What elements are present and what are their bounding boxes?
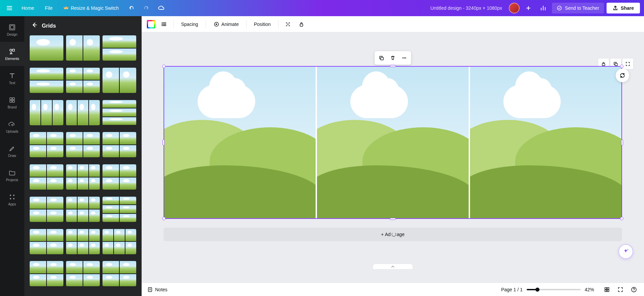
resize-handle[interactable]	[163, 139, 165, 145]
grid-layout-thumb[interactable]	[66, 164, 100, 190]
grid-view-button[interactable]	[602, 285, 612, 294]
list-view-button[interactable]	[158, 19, 169, 30]
resize-handle[interactable]	[162, 217, 166, 220]
grid-layout-thumb[interactable]	[66, 197, 100, 222]
grid-layout-thumb[interactable]	[103, 132, 136, 157]
grid-layout-thumb[interactable]	[103, 164, 136, 190]
grid-layout-thumb[interactable]	[66, 68, 100, 93]
help-button[interactable]	[629, 285, 639, 294]
grid-layout-thumb[interactable]	[66, 132, 100, 157]
grid-layout-thumb[interactable]	[66, 35, 100, 61]
lock-button[interactable]	[296, 19, 307, 30]
send-to-teacher-button[interactable]: Send to Teacher	[552, 3, 604, 13]
grid-layout-thumb[interactable]	[30, 261, 63, 286]
spacing-button[interactable]: Spacing	[178, 20, 202, 29]
rail-draw[interactable]: Draw	[0, 139, 24, 163]
top-bar: Home File Resize & Magic Switch Untitled…	[0, 0, 644, 16]
grid-layout-thumb[interactable]	[66, 261, 100, 286]
back-button[interactable]	[31, 22, 38, 30]
brand-icon	[8, 96, 16, 104]
color-picker[interactable]	[146, 20, 156, 29]
grid-layout-thumb[interactable]	[30, 35, 63, 61]
grid-layout-thumb[interactable]	[103, 229, 136, 254]
grid-layout-thumb[interactable]	[103, 261, 136, 286]
fullscreen-icon	[617, 287, 623, 293]
grid-layout-thumb[interactable]	[103, 197, 136, 222]
animate-button[interactable]: Animate	[210, 19, 242, 29]
redo-button[interactable]	[140, 2, 152, 14]
transparency-button[interactable]	[283, 19, 293, 30]
page-expand-button[interactable]	[622, 59, 633, 69]
undo-button[interactable]	[125, 2, 138, 14]
design-title[interactable]: Untitled design - 3240px × 1080px	[430, 5, 502, 11]
timeline-expand-handle[interactable]	[373, 264, 413, 269]
context-toolbar: Spacing Animate Position	[142, 16, 644, 32]
file-link[interactable]: File	[41, 3, 57, 13]
loading-spinner	[391, 232, 396, 237]
draw-icon	[8, 144, 16, 153]
add-page-button[interactable]: + Adage	[164, 228, 622, 241]
svg-point-9	[10, 195, 11, 196]
grid-layout-thumb[interactable]	[66, 100, 100, 125]
refresh-icon	[619, 72, 626, 79]
position-button[interactable]: Position	[251, 20, 274, 29]
grid-cell-1[interactable]	[164, 67, 316, 218]
grids-container[interactable]	[24, 35, 142, 296]
cloud-sync-button[interactable]	[155, 2, 167, 14]
floating-toolbar	[375, 51, 411, 65]
duplicate-button[interactable]	[376, 53, 387, 63]
insights-button[interactable]	[537, 2, 549, 14]
rail-projects[interactable]: Projects	[0, 163, 24, 187]
user-avatar[interactable]	[509, 3, 520, 13]
rail-text[interactable]: Text	[0, 66, 24, 90]
grid-layout-thumb[interactable]	[66, 229, 100, 254]
grid-layout-thumb[interactable]	[103, 35, 136, 61]
grid-layout-thumb[interactable]	[103, 100, 136, 125]
resize-handle[interactable]	[390, 65, 396, 67]
refresh-button[interactable]	[616, 69, 629, 82]
rail-uploads[interactable]: Uploads	[0, 114, 24, 139]
svg-rect-19	[300, 24, 303, 26]
rail-design[interactable]: Design	[0, 18, 24, 42]
svg-rect-5	[10, 98, 12, 100]
zoom-label[interactable]: 42%	[585, 287, 598, 292]
grid-cell-2[interactable]	[317, 67, 468, 218]
svg-rect-6	[12, 98, 14, 100]
magic-button[interactable]	[618, 244, 633, 259]
page-indicator[interactable]: Page 1 / 1	[501, 287, 523, 292]
zoom-slider-thumb[interactable]	[535, 288, 539, 292]
grid-layout-thumb[interactable]	[30, 197, 63, 222]
crown-icon	[63, 5, 69, 11]
grid-layout-thumb[interactable]	[30, 100, 63, 125]
chevron-up-icon	[391, 265, 395, 268]
notes-button[interactable]: Notes	[147, 287, 168, 293]
rail-elements[interactable]: Elements	[0, 42, 24, 66]
grid-layout-thumb[interactable]	[30, 68, 63, 93]
grid-layout-thumb[interactable]	[30, 229, 63, 254]
resize-handle[interactable]	[620, 217, 623, 220]
rail-apps[interactable]: Apps	[0, 187, 24, 211]
rail-brand[interactable]: Brand	[0, 90, 24, 114]
resize-button[interactable]: Resize & Magic Switch	[59, 3, 123, 13]
grid-cell-3[interactable]	[470, 67, 621, 218]
resize-handle[interactable]	[621, 139, 623, 145]
home-link[interactable]: Home	[18, 3, 38, 13]
add-member-button[interactable]	[522, 2, 534, 14]
resize-handle[interactable]	[390, 218, 396, 220]
delete-button[interactable]	[387, 53, 398, 63]
design-canvas[interactable]	[164, 66, 622, 219]
canvas-viewport[interactable]: + Adage	[142, 32, 644, 283]
resize-handle[interactable]	[162, 65, 166, 68]
grid-layout-thumb[interactable]	[30, 132, 63, 157]
more-button[interactable]	[399, 53, 410, 63]
resize-handle[interactable]	[620, 65, 623, 68]
fullscreen-button[interactable]	[616, 285, 625, 294]
zoom-slider[interactable]	[527, 289, 581, 290]
hamburger-menu[interactable]	[4, 3, 15, 13]
projects-icon	[8, 169, 16, 177]
grid-layout-thumb[interactable]	[103, 68, 136, 93]
plus-icon	[525, 5, 531, 11]
share-button[interactable]: Share	[607, 3, 640, 13]
grid-layout-thumb[interactable]	[30, 164, 63, 190]
svg-rect-25	[602, 64, 605, 66]
